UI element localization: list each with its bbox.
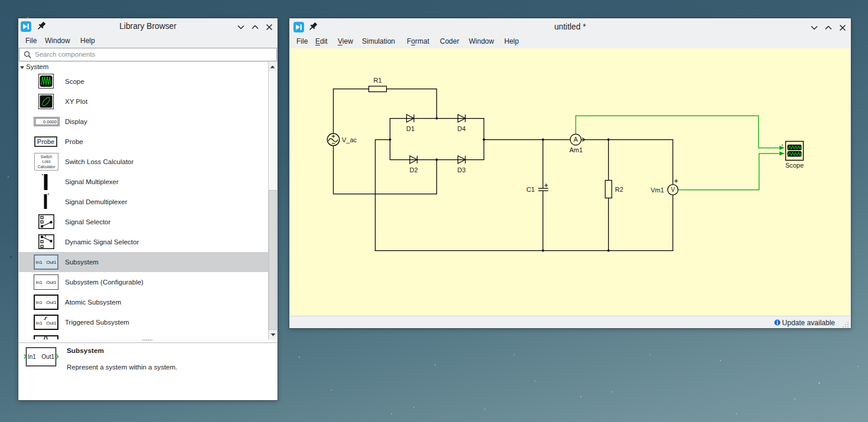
svg-text:Calculator: Calculator [38, 165, 56, 169]
svg-text:Out1: Out1 [46, 280, 57, 285]
svg-text:Loss: Loss [43, 159, 51, 163]
svg-text:D2: D2 [409, 166, 417, 174]
svg-text:V: V [671, 187, 675, 193]
svg-text:D4: D4 [457, 125, 465, 132]
svg-text:Out1: Out1 [46, 300, 57, 305]
svg-text:R2: R2 [615, 186, 624, 193]
svg-text:In1: In1 [28, 354, 36, 360]
svg-text:A: A [573, 136, 577, 143]
svg-text:Am1: Am1 [569, 146, 583, 153]
svg-text:In1: In1 [36, 260, 43, 265]
svg-text:In1: In1 [36, 300, 43, 305]
svg-text:Out1: Out1 [41, 354, 54, 360]
svg-text:D3: D3 [457, 166, 465, 174]
svg-text:Vm1: Vm1 [651, 187, 664, 194]
svg-text:In1: In1 [36, 320, 43, 326]
svg-text:In1: In1 [36, 280, 43, 285]
svg-text:D1: D1 [406, 125, 415, 132]
svg-text:Probe: Probe [37, 138, 54, 145]
svg-text:0.0000: 0.0000 [43, 119, 57, 125]
svg-text:Scope: Scope [785, 162, 804, 169]
svg-text:Out1: Out1 [46, 320, 57, 326]
svg-text:Switch: Switch [41, 155, 53, 159]
svg-text:C1: C1 [526, 186, 534, 193]
svg-text:Out1: Out1 [46, 260, 57, 265]
svg-text:R1: R1 [373, 77, 381, 84]
svg-text:V_ac: V_ac [342, 136, 357, 143]
